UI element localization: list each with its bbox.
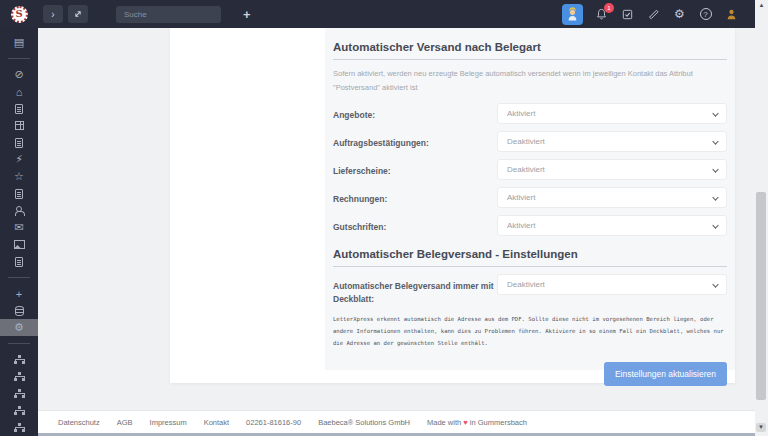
- field-row-rechnungen: Rechnungen: Aktiviert: [333, 187, 727, 208]
- app-window: S › +: [0, 0, 768, 436]
- update-settings-button[interactable]: Einstellungen aktualisieren: [604, 362, 727, 386]
- sidebar-item-document-3[interactable]: [0, 185, 38, 202]
- scroll-down-arrow-icon[interactable]: ▼: [756, 423, 766, 432]
- compass-icon: ⊘: [14, 68, 23, 81]
- sidebar-item-sitemap-1[interactable]: [0, 351, 38, 368]
- question-icon: ?: [700, 8, 712, 20]
- gear-icon: ⚙: [674, 7, 685, 21]
- gear-logo-icon: S: [11, 6, 28, 23]
- angebote-select[interactable]: Aktiviert: [497, 103, 727, 124]
- search-input[interactable]: [116, 6, 221, 23]
- home-icon: ⌂: [16, 86, 23, 98]
- help-button[interactable]: ?: [698, 7, 713, 22]
- field-row-gutschriften: Gutschriften: Aktiviert: [333, 215, 727, 236]
- settings-card: Automatischer Versand nach Belegart Sofe…: [170, 28, 735, 383]
- contacts-icon: [13, 206, 25, 216]
- sidebar-expand-button[interactable]: ›: [43, 5, 63, 23]
- scrollbar-thumb[interactable]: [756, 192, 766, 400]
- sidebar-item-document-1[interactable]: [0, 100, 38, 117]
- person-icon: [725, 8, 738, 21]
- sidebar-item-contacts[interactable]: [0, 202, 38, 219]
- sidebar-item-mail[interactable]: ✉: [0, 219, 38, 236]
- sidebar-item-settings[interactable]: ⚙: [0, 319, 38, 336]
- account-button[interactable]: [724, 7, 739, 22]
- star-icon: ☆: [14, 170, 24, 183]
- sidebar-item-compass[interactable]: ⊘: [0, 66, 38, 83]
- sitemap-1-icon: [14, 355, 25, 365]
- sidebar-item-database[interactable]: [0, 302, 38, 319]
- sidebar-item-document-4[interactable]: [0, 253, 38, 270]
- sidebar: ▤⊘⌂⚡☆✉+⚙: [0, 28, 38, 436]
- chevron-down-icon: [712, 222, 718, 228]
- footer-link-agb[interactable]: AGB: [117, 418, 133, 427]
- document-2-icon: [15, 138, 23, 148]
- check-square-icon: [621, 8, 634, 21]
- lieferscheine-select[interactable]: Deaktiviert: [497, 159, 727, 180]
- sidebar-item-sitemap-3[interactable]: [0, 385, 38, 402]
- chevron-down-icon: [712, 194, 718, 200]
- sidebar-item-sitemap-5[interactable]: [0, 419, 38, 436]
- sidebar-item-add[interactable]: +: [0, 285, 38, 302]
- rechnungen-select[interactable]: Aktiviert: [497, 187, 727, 208]
- sidebar-item-company[interactable]: ▤: [0, 34, 38, 51]
- footer: Datenschutz AGB Impressum Kontakt 02261-…: [38, 410, 755, 433]
- sidebar-item-star[interactable]: ☆: [0, 168, 38, 185]
- section-title-einstellungen: Automatischer Belegversand - Einstellung…: [333, 248, 727, 267]
- sidebar-divider: [8, 58, 30, 59]
- company-icon: ▤: [14, 36, 24, 49]
- footer-link-impressum[interactable]: Impressum: [150, 418, 187, 427]
- mail-icon: ✉: [14, 221, 23, 234]
- chevron-right-icon: ›: [51, 9, 54, 20]
- user-avatar-button[interactable]: [562, 4, 583, 25]
- settings-button[interactable]: ⚙: [672, 7, 687, 22]
- settings-panel: Automatischer Versand nach Belegart Sofe…: [325, 28, 735, 370]
- tasks-button[interactable]: [620, 7, 635, 22]
- section-title-versand: Automatischer Versand nach Belegart: [333, 41, 727, 60]
- chevron-down-icon: [712, 110, 718, 116]
- vertical-scrollbar[interactable]: ▲ ▼: [755, 0, 768, 436]
- edit-button[interactable]: [646, 7, 661, 22]
- auftragsbestaetigungen-select[interactable]: Deaktiviert: [497, 131, 727, 152]
- add-tab-button[interactable]: +: [243, 7, 251, 22]
- pencil-icon: [647, 8, 660, 21]
- sidebar-item-lightning[interactable]: ⚡: [0, 151, 38, 168]
- notification-badge: 1: [604, 3, 614, 13]
- field-label: Angebote:: [333, 103, 497, 122]
- footer-link-datenschutz[interactable]: Datenschutz: [58, 418, 100, 427]
- main-area: Automatischer Versand nach Belegart Sofe…: [38, 28, 755, 436]
- field-row-lieferscheine: Lieferscheine: Deaktiviert: [333, 159, 727, 180]
- field-row-auftragsbestaetigungen: Auftragsbestätigungen: Deaktiviert: [333, 131, 727, 152]
- field-label: Gutschriften:: [333, 215, 497, 234]
- sitemap-3-icon: [14, 389, 25, 399]
- sidebar-item-image[interactable]: [0, 236, 38, 253]
- app-logo[interactable]: S: [0, 6, 38, 23]
- sidebar-item-home[interactable]: ⌂: [0, 83, 38, 100]
- fullscreen-button[interactable]: [68, 5, 88, 23]
- footer-company: Baebeca® Solutions GmbH: [318, 418, 410, 427]
- sitemap-5-icon: [14, 423, 25, 433]
- expand-icon: [72, 8, 84, 20]
- sitemap-2-icon: [14, 372, 25, 382]
- sidebar-item-sitemap-2[interactable]: [0, 368, 38, 385]
- notifications-button[interactable]: 1: [594, 7, 609, 22]
- gutschriften-select[interactable]: Aktiviert: [497, 215, 727, 236]
- package-icon: [15, 121, 24, 130]
- lightning-icon: ⚡: [15, 153, 23, 166]
- field-label: Lieferscheine:: [333, 159, 497, 178]
- topbar-actions: 1 ⚙ ?: [562, 4, 755, 25]
- field-row-angebote: Angebote: Aktiviert: [333, 103, 727, 124]
- sidebar-item-sitemap-4[interactable]: [0, 402, 38, 419]
- field-row-deckblatt: Automatischer Belegversand immer mit Dec…: [333, 274, 727, 306]
- footer-link-kontakt[interactable]: Kontakt: [204, 418, 229, 427]
- document-3-icon: [15, 189, 23, 199]
- sidebar-divider: [8, 277, 30, 278]
- sidebar-divider: [8, 343, 30, 344]
- sidebar-item-document-2[interactable]: [0, 134, 38, 151]
- section-description: Sofern aktiviert, werden neu erzeugte Be…: [333, 67, 725, 94]
- deckblatt-select[interactable]: Deaktiviert: [497, 274, 727, 295]
- chevron-down-icon: [712, 138, 718, 144]
- footer-made-with: Made with ♥ in Gummersbach: [427, 418, 527, 427]
- scroll-up-arrow-icon[interactable]: ▲: [755, 2, 768, 8]
- sidebar-item-package[interactable]: [0, 117, 38, 134]
- add-icon: +: [16, 288, 22, 300]
